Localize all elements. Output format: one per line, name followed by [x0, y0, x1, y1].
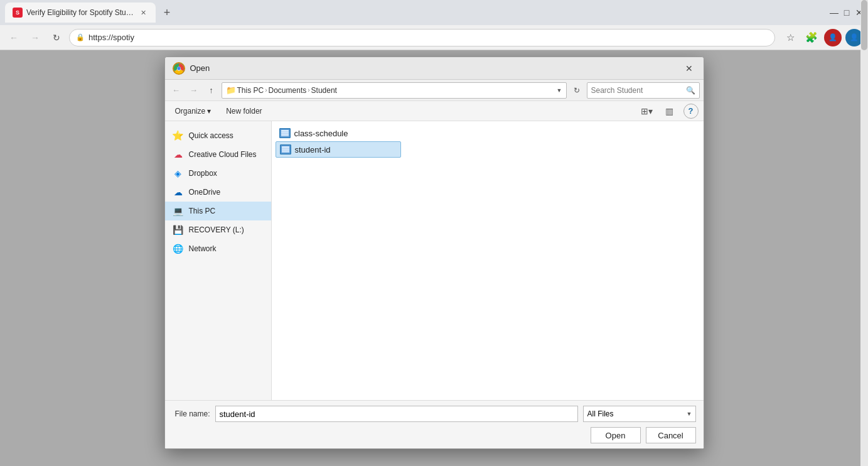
- breadcrumb-student[interactable]: Student: [311, 86, 337, 95]
- search-icon: 🔍: [686, 86, 695, 95]
- browser-toolbar-right: ☆ 🧩 👤 👤: [781, 29, 863, 46]
- dialog-forward-button[interactable]: →: [186, 83, 201, 98]
- sidebar-item-quick-access[interactable]: ⭐ Quick access: [165, 126, 271, 145]
- search-box[interactable]: 🔍: [587, 82, 700, 99]
- svg-point-2: [177, 67, 180, 70]
- tab-favicon: S: [13, 8, 23, 18]
- creative-cloud-icon: ☁: [173, 149, 184, 160]
- view-options-button[interactable]: ⊞▾: [638, 104, 656, 119]
- breadcrumb-folder-icon: 📁: [226, 85, 236, 95]
- file-type-select-wrapper: All Files: [583, 406, 696, 422]
- dialog-toolbar: Organize ▾ New folder ⊞▾ ▥ ?: [165, 101, 704, 121]
- breadcrumb-chevron-2: ›: [308, 87, 309, 94]
- browser-window: S Verify Eligibility for Spotify Stude ✕…: [0, 0, 868, 466]
- student-id-file-icon: [280, 144, 291, 154]
- dropbox-icon: ◈: [173, 168, 184, 179]
- sidebar-label-creative-cloud: Creative Cloud Files: [189, 150, 257, 159]
- sidebar-item-onedrive[interactable]: ☁ OneDrive: [165, 183, 271, 202]
- dialog-titlebar: Open ✕: [165, 57, 704, 80]
- sidebar-item-creative-cloud[interactable]: ☁ Creative Cloud Files: [165, 145, 271, 164]
- forward-button[interactable]: →: [26, 29, 44, 46]
- file-item-class-schedule[interactable]: class-schedule: [276, 125, 401, 141]
- quick-access-icon: ⭐: [173, 130, 184, 141]
- minimize-button[interactable]: —: [830, 9, 838, 16]
- refresh-button[interactable]: ↻: [48, 29, 65, 46]
- onedrive-icon: ☁: [173, 187, 184, 198]
- breadcrumb-documents[interactable]: Documents: [269, 86, 307, 95]
- organize-label: Organize: [175, 107, 206, 116]
- dialog-body: ⭐ Quick access ☁ Creative Cloud Files ◈ …: [165, 121, 704, 400]
- sidebar-label-recovery: RECOVERY (L:): [189, 225, 244, 234]
- sidebar-label-quick-access: Quick access: [189, 131, 233, 140]
- modal-overlay: Open ✕ ← → ↑ 📁 This PC › Documents ›: [0, 50, 868, 466]
- new-folder-button[interactable]: New folder: [221, 105, 267, 117]
- breadcrumb-bar[interactable]: 📁 This PC › Documents › Student ▼: [222, 82, 567, 99]
- address-text: https://spotiy: [88, 33, 134, 42]
- address-bar[interactable]: 🔒 https://spotiy: [69, 29, 775, 46]
- browser-scrollbar[interactable]: [860, 0, 868, 466]
- back-button[interactable]: ←: [5, 29, 23, 46]
- tab-close-button[interactable]: ✕: [138, 8, 148, 18]
- cancel-button[interactable]: Cancel: [646, 427, 696, 443]
- sidebar-label-network: Network: [189, 244, 217, 253]
- window-controls: — □ ✕: [830, 9, 863, 16]
- sidebar-label-onedrive: OneDrive: [189, 188, 221, 197]
- browser-toolbar: ← → ↻ 🔒 https://spotiy ☆ 🧩 👤 👤: [0, 25, 868, 50]
- help-button[interactable]: ?: [683, 104, 699, 119]
- dialog-close-button[interactable]: ✕: [682, 62, 696, 75]
- search-input[interactable]: [591, 86, 683, 95]
- dialog-bottom-panel: File name: All Files Open Cancel: [165, 400, 704, 448]
- file-item-student-id[interactable]: student-id: [276, 141, 401, 158]
- dialog-sidebar: ⭐ Quick access ☁ Creative Cloud Files ◈ …: [165, 121, 272, 400]
- breadcrumb-dropdown-icon[interactable]: ▼: [557, 87, 562, 94]
- sidebar-item-dropbox[interactable]: ◈ Dropbox: [165, 164, 271, 183]
- dialog-refresh-button[interactable]: ↻: [569, 83, 584, 98]
- sidebar-item-network[interactable]: 🌐 Network: [165, 239, 271, 258]
- sidebar-item-this-pc[interactable]: 💻 This PC: [165, 202, 271, 220]
- file-open-dialog: Open ✕ ← → ↑ 📁 This PC › Documents ›: [164, 57, 704, 449]
- browser-scrollbar-thumb: [861, 0, 867, 50]
- file-name-label: File name:: [173, 409, 210, 418]
- sidebar-label-dropbox: Dropbox: [189, 169, 217, 178]
- maximize-button[interactable]: □: [843, 9, 850, 16]
- dialog-nav-bar: ← → ↑ 📁 This PC › Documents › Student ▼: [165, 80, 704, 101]
- svg-rect-9: [282, 146, 289, 153]
- dialog-up-button[interactable]: ↑: [204, 83, 219, 98]
- tab-title: Verify Eligibility for Spotify Stude: [26, 8, 134, 17]
- file-name-input[interactable]: [215, 406, 578, 422]
- browser-tab[interactable]: S Verify Eligibility for Spotify Stude ✕: [5, 3, 156, 23]
- sidebar-item-recovery[interactable]: 💾 RECOVERY (L:): [165, 220, 271, 239]
- bookmark-icon[interactable]: ☆: [781, 29, 799, 46]
- dialog-chrome-icon: [173, 62, 185, 75]
- extensions-icon[interactable]: 🧩: [803, 29, 820, 46]
- profile-avatar-1[interactable]: 👤: [824, 29, 842, 46]
- page-content: Add another file...: [0, 50, 868, 466]
- file-browser-main: class-schedule: [272, 121, 704, 400]
- file-name-student-id: student-id: [295, 145, 331, 154]
- sidebar-label-this-pc: This PC: [189, 207, 216, 215]
- preview-pane-button[interactable]: ▥: [661, 104, 678, 119]
- file-name-class-schedule: class-schedule: [294, 129, 348, 138]
- dialog-back-button[interactable]: ←: [169, 83, 184, 98]
- file-name-row: File name: All Files: [173, 406, 696, 422]
- browser-titlebar: S Verify Eligibility for Spotify Stude ✕…: [0, 0, 868, 25]
- organize-chevron: ▾: [207, 107, 211, 116]
- this-pc-icon: 💻: [173, 205, 184, 217]
- breadcrumb-this-pc[interactable]: This PC: [237, 86, 264, 95]
- file-list: class-schedule: [276, 125, 700, 158]
- svg-rect-4: [281, 130, 289, 136]
- dialog-title: Open: [190, 63, 210, 73]
- file-type-select[interactable]: All Files: [583, 406, 696, 422]
- network-icon: 🌐: [173, 243, 184, 254]
- recovery-icon: 💾: [173, 224, 184, 236]
- security-icon: 🔒: [76, 33, 85, 41]
- breadcrumb-chevron-1: ›: [265, 87, 267, 94]
- open-button[interactable]: Open: [591, 427, 641, 443]
- new-tab-button[interactable]: +: [158, 4, 176, 21]
- class-schedule-file-icon: [279, 128, 291, 138]
- dialog-buttons-row: Open Cancel: [173, 427, 696, 443]
- organize-button[interactable]: Organize ▾: [170, 105, 217, 117]
